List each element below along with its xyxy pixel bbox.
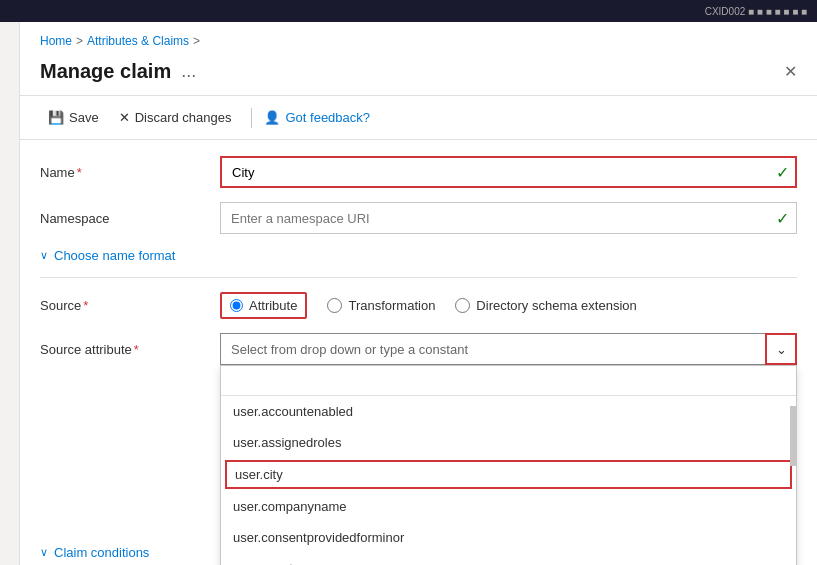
dropdown-item-city[interactable]: user.city <box>225 460 792 489</box>
claim-conditions-label: Claim conditions <box>54 545 149 560</box>
close-button[interactable]: ✕ <box>784 62 797 81</box>
save-icon: 💾 <box>48 110 64 125</box>
breadcrumb-attributes[interactable]: Attributes & Claims <box>87 34 189 48</box>
save-button[interactable]: 💾 Save <box>40 106 107 129</box>
source-directory-option[interactable]: Directory schema extension <box>455 298 636 313</box>
source-attribute-required: * <box>134 342 139 357</box>
source-directory-radio-label: Directory schema extension <box>476 298 636 313</box>
form-area: Name* ✓ Namespace ✓ ∨ <box>20 140 817 565</box>
breadcrumb-sep1: > <box>76 34 83 48</box>
separator1 <box>40 277 797 278</box>
feedback-icon: 👤 <box>264 110 280 125</box>
page-header: Manage claim ... ✕ <box>20 56 817 96</box>
source-attribute-radio-label: Attribute <box>249 298 297 313</box>
source-directory-radio[interactable] <box>455 298 470 313</box>
breadcrumb-sep2: > <box>193 34 200 48</box>
namespace-input-wrapper: ✓ <box>220 202 797 234</box>
top-bar: CXID002 ■ ■ ■ ■ ■ ■ ■ <box>0 0 817 22</box>
dropdown-item-consentprovidedforminor[interactable]: user.consentprovidedforminor <box>221 522 796 553</box>
name-check-icon: ✓ <box>776 163 789 182</box>
save-label: Save <box>69 110 99 125</box>
claim-conditions-chevron-icon: ∨ <box>40 546 48 559</box>
dropdown-list: user.accountenabled user.assignedroles u… <box>221 396 796 565</box>
dropdown-scrollbar-thumb[interactable] <box>790 406 796 466</box>
breadcrumb: Home > Attributes & Claims > <box>20 22 817 56</box>
name-input-wrapper: ✓ <box>220 156 797 188</box>
choose-name-format-row[interactable]: ∨ Choose name format <box>40 248 797 263</box>
toolbar: 💾 Save ✕ Discard changes 👤 Got feedback? <box>20 96 817 140</box>
page-title: Manage claim <box>40 60 171 83</box>
discard-icon: ✕ <box>119 110 130 125</box>
page-title-row: Manage claim ... <box>40 60 196 83</box>
name-control: ✓ <box>220 156 797 188</box>
source-attribute-dropdown-button[interactable]: ⌄ <box>765 333 797 365</box>
namespace-label: Namespace <box>40 211 220 226</box>
source-attribute-row: Source attribute* Select from drop down … <box>40 333 797 365</box>
name-format-chevron-icon: ∨ <box>40 249 48 262</box>
source-attribute-label: Source attribute* <box>40 342 220 357</box>
breadcrumb-home[interactable]: Home <box>40 34 72 48</box>
name-row: Name* ✓ <box>40 156 797 188</box>
feedback-button[interactable]: 👤 Got feedback? <box>264 110 370 125</box>
namespace-check-icon: ✓ <box>776 209 789 228</box>
namespace-row: Namespace ✓ <box>40 202 797 234</box>
main-content: Home > Attributes & Claims > Manage clai… <box>20 22 817 565</box>
feedback-label: Got feedback? <box>285 110 370 125</box>
sidebar <box>0 22 20 565</box>
name-input[interactable] <box>220 156 797 188</box>
top-bar-text: CXID002 ■ ■ ■ ■ ■ ■ ■ <box>705 6 807 17</box>
toolbar-divider <box>251 108 252 128</box>
source-attribute-dropdown-panel: user.accountenabled user.assignedroles u… <box>220 365 797 565</box>
ellipsis-button[interactable]: ... <box>181 61 196 82</box>
source-attribute-radio[interactable] <box>230 299 243 312</box>
source-required: * <box>83 298 88 313</box>
dropdown-item-country[interactable]: user.country <box>221 553 796 565</box>
source-attribute-dropdown-display: Select from drop down or type a constant <box>220 333 765 365</box>
source-transformation-option[interactable]: Transformation <box>327 298 435 313</box>
dropdown-search-input[interactable] <box>221 366 796 396</box>
dropdown-item-accountenabled[interactable]: user.accountenabled <box>221 396 796 427</box>
source-options: Attribute Transformation Directory schem… <box>220 292 637 319</box>
namespace-input[interactable] <box>220 202 797 234</box>
dropdown-item-assignedroles[interactable]: user.assignedroles <box>221 427 796 458</box>
discard-button[interactable]: ✕ Discard changes <box>111 106 240 129</box>
name-format-label: Choose name format <box>54 248 175 263</box>
namespace-control: ✓ <box>220 202 797 234</box>
source-attribute-dropdown-wrapper: Select from drop down or type a constant… <box>220 333 797 365</box>
source-attribute-option[interactable]: Attribute <box>220 292 307 319</box>
name-required: * <box>77 165 82 180</box>
source-row: Source* Attribute Transformation Directo… <box>40 292 797 319</box>
source-attribute-control: Select from drop down or type a constant… <box>220 333 797 365</box>
source-attribute-placeholder: Select from drop down or type a constant <box>231 342 468 357</box>
source-transformation-radio-label: Transformation <box>348 298 435 313</box>
dropdown-item-companyname[interactable]: user.companyname <box>221 491 796 522</box>
source-transformation-radio[interactable] <box>327 298 342 313</box>
name-label: Name* <box>40 165 220 180</box>
discard-label: Discard changes <box>135 110 232 125</box>
source-label: Source* <box>40 298 220 313</box>
